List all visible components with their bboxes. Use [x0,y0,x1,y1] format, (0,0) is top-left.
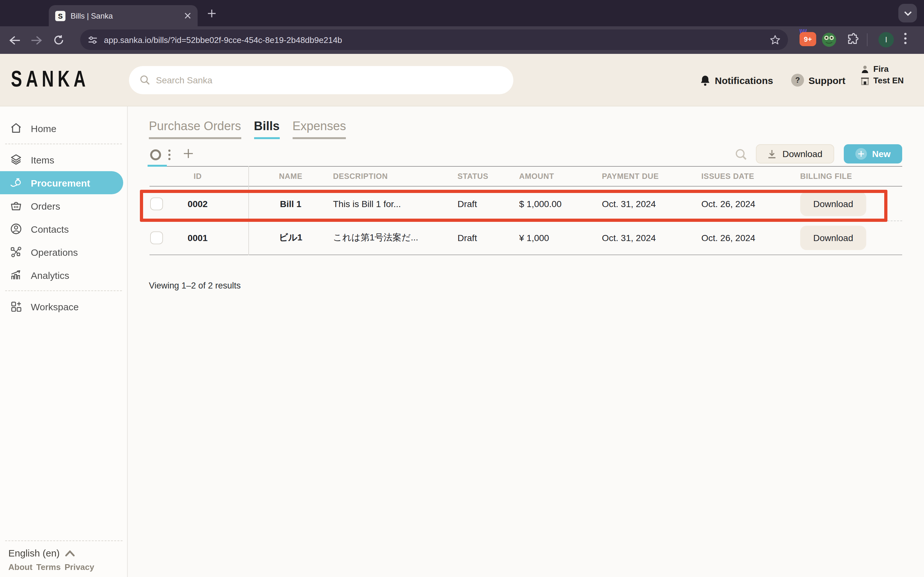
sidebar-divider [5,290,122,291]
cell-id: 0002 [176,198,248,209]
header-description: DESCRIPTION [333,172,457,181]
download-button[interactable]: Download [756,144,834,163]
tab-title: Bills | Sanka [71,11,113,20]
row-checkbox[interactable] [150,231,163,244]
sidebar-item-label: Procurement [31,177,90,188]
column-divider [248,166,249,255]
support-button[interactable]: ? Support [791,54,845,106]
notifications-button[interactable]: Notifications [700,54,773,106]
global-search[interactable] [129,66,513,94]
back-button[interactable] [4,29,26,51]
cell-description: これは第1号法案だ... [333,232,452,243]
language-selector[interactable]: English (en) [8,548,123,558]
sidebar-item-label: Operations [31,247,78,258]
plus-icon [855,148,867,160]
cell-amount: $ 1,000.00 [519,198,602,209]
download-label: Download [782,149,822,159]
notifications-label: Notifications [715,75,773,85]
search-input[interactable] [156,75,502,85]
sidebar-item-home[interactable]: Home [0,117,127,140]
cell-status: Draft [457,233,519,243]
help-icon: ? [791,74,804,87]
forward-button[interactable] [26,29,47,51]
row-download-button[interactable]: Download [800,226,866,250]
sidebar-divider [5,143,122,144]
url-text[interactable]: app.sanka.io/bills/?id=52bbe02f-9cce-454… [104,35,764,45]
tab-expenses[interactable]: Expenses [292,119,346,139]
terms-link[interactable]: Terms [36,562,61,572]
table-header-row: ID NAME DESCRIPTION STATUS AMOUNT PAYMEN… [150,166,902,187]
header-billing-file: BILLING FILE [800,172,902,181]
table-search-icon[interactable] [735,149,747,160]
header-amount: AMOUNT [519,172,602,181]
workflow-icon [10,245,23,258]
view-tab-icon[interactable] [150,149,161,160]
bookmark-star-icon[interactable] [770,35,780,45]
workspace-name: Test EN [873,76,904,85]
table-row[interactable]: 0002 Bill 1 This is Bill 1 for... Draft … [150,187,902,221]
table-row[interactable]: 0001 ビル1 これは第1号法案だ... Draft ¥ 1,000 Oct.… [150,221,902,255]
sidebar-item-contacts[interactable]: Contacts [0,218,127,240]
extensions-puzzle-icon[interactable] [846,33,859,45]
active-view-underline [148,165,167,167]
row-download-button[interactable]: Download [800,191,866,216]
url-bar[interactable]: app.sanka.io/bills/?id=52bbe02f-9cce-454… [80,29,788,50]
cell-payment-due: Oct. 31, 2024 [602,198,701,209]
sidebar-item-label: Analytics [31,269,69,280]
sidebar-item-label: Contacts [31,223,69,234]
analytics-icon [10,269,23,282]
browser-menu-icon[interactable] [904,33,907,44]
view-options-kebab-icon[interactable] [168,149,171,160]
sidebar-item-orders[interactable]: Orders [0,194,127,218]
reload-button[interactable] [47,29,69,51]
about-link[interactable]: About [8,562,32,572]
cell-amount: ¥ 1,000 [519,233,602,243]
profile-avatar[interactable]: I [879,32,894,47]
sidebar-item-label: Items [31,154,54,165]
favicon: S [55,11,65,21]
row-checkbox[interactable] [150,197,163,210]
sidebar-item-workspace[interactable]: Workspace [0,295,127,318]
download-icon [768,149,777,159]
tab-bills[interactable]: Bills [254,119,279,139]
chevron-up-icon [65,550,75,556]
site-info-icon[interactable] [88,35,97,45]
user-name: Fira [873,64,889,74]
bills-table: ID NAME DESCRIPTION STATUS AMOUNT PAYMEN… [150,166,902,255]
search-icon [140,75,150,85]
extension-badge[interactable]: 9+ [800,32,816,46]
user-icon [861,64,869,73]
sanka-logo: SANKA [11,66,89,93]
tab-search-button[interactable] [898,4,917,23]
sidebar-item-operations[interactable]: Operations [0,240,127,263]
page-tabs: Purchase Orders Bills Expenses [149,119,346,139]
cell-issues-date: Oct. 26, 2024 [701,233,800,243]
cell-issues-date: Oct. 26, 2024 [701,198,800,209]
tab-purchase-orders[interactable]: Purchase Orders [149,119,241,139]
cell-id: 0001 [176,233,248,243]
app-header: SANKA Notifications ? Support Fira [0,54,924,106]
new-tab-button[interactable] [207,9,216,18]
header-status: STATUS [457,172,519,181]
new-button[interactable]: New [844,144,902,163]
sidebar-item-items[interactable]: Items [0,148,127,171]
sidebar: Home Items Procurement Orders [0,106,128,577]
sidebar-item-analytics[interactable]: Analytics [0,263,127,287]
tab-close-icon[interactable] [184,12,191,19]
cell-name: ビル1 [248,232,333,243]
header-id: ID [176,172,248,181]
procurement-icon [10,176,23,189]
browser-tab[interactable]: S Bills | Sanka [49,5,198,26]
support-label: Support [809,75,845,85]
results-count: Viewing 1–2 of 2 results [149,281,241,290]
workspace-grid-icon [10,300,23,313]
sidebar-item-label: Orders [31,200,60,211]
user-menu[interactable]: Fira Test EN [861,64,904,85]
add-view-icon[interactable] [183,148,194,159]
sidebar-item-procurement[interactable]: Procurement [0,171,123,194]
cell-payment-due: Oct. 31, 2024 [602,233,701,243]
workspace-store-icon [861,76,869,85]
privacy-link[interactable]: Privacy [65,562,94,572]
new-label: New [872,149,891,159]
frog-extension-icon[interactable] [821,32,837,47]
